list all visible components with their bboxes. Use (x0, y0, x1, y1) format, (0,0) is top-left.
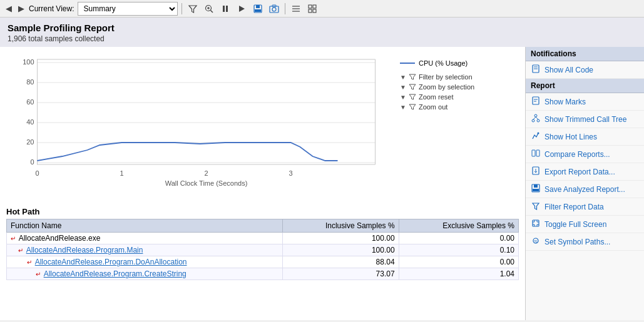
grid-button[interactable] (305, 3, 319, 15)
hot-path-table: Function Name Inclusive Samples % Exclus… (6, 219, 519, 280)
export-report-label: Export Report Data... (544, 168, 615, 176)
svg-text:0: 0 (35, 169, 39, 177)
svg-rect-32 (38, 59, 376, 164)
compare-reports-item[interactable]: Compare Reports... (526, 146, 644, 163)
svg-rect-49 (536, 150, 539, 156)
set-symbol-paths-item[interactable]: S Set Symbol Paths... (526, 233, 644, 251)
separator-1 (181, 3, 182, 14)
filter-small-icon (409, 73, 416, 81)
col-exclusive: Exclusive Samples % (399, 219, 518, 233)
chart-container: 100 80 60 40 20 0 0 (6, 53, 394, 203)
save-analyzed-report-item[interactable]: Save Analyzed Report... (526, 181, 644, 198)
svg-rect-4 (223, 6, 225, 12)
tree-icon (531, 114, 541, 124)
legend-item-zoom[interactable]: ▼ Zoom by selection (400, 83, 513, 91)
show-all-code-item[interactable]: Show All Code (526, 61, 644, 79)
svg-rect-54 (533, 220, 539, 226)
show-trimmed-call-tree-item[interactable]: Show Trimmed Call Tree (526, 111, 644, 128)
row-icon-1: ↵ (18, 247, 23, 254)
zoom-out-label: Zoom out (419, 103, 447, 111)
svg-text:3: 3 (289, 169, 292, 177)
legend-item-zoom-out[interactable]: ▼ Zoom out (400, 103, 513, 111)
filter-by-selection-label: Filter by selection (419, 73, 473, 81)
show-trimmed-call-tree-label: Show Trimmed Call Tree (544, 115, 626, 124)
show-all-code-label: Show All Code (544, 66, 593, 74)
legend-item-zoom-reset[interactable]: ▼ Zoom reset (400, 93, 513, 101)
svg-text:1: 1 (120, 169, 123, 177)
zoom-by-selection-label: Zoom by selection (419, 83, 474, 91)
svg-text:0: 0 (30, 158, 34, 166)
svg-rect-48 (532, 150, 535, 156)
record-icon (237, 4, 247, 14)
show-marks-item[interactable]: Show Marks (526, 93, 644, 111)
report-title: Sample Profiling Report (8, 23, 636, 33)
filter-button[interactable] (186, 3, 200, 15)
col-function-name: Function Name (7, 219, 283, 233)
cpu-chart: 100 80 60 40 20 0 0 (6, 53, 394, 191)
zoom-arrow-icon: ▼ (400, 84, 406, 91)
save-button[interactable] (251, 3, 265, 15)
filter-icon (188, 4, 198, 14)
svg-rect-17 (313, 5, 316, 8)
zoom-out-arrow-icon: ▼ (400, 104, 406, 111)
report-title: Report (526, 79, 644, 93)
svg-line-46 (536, 117, 538, 119)
svg-text:40: 40 (26, 118, 34, 126)
zoom-button[interactable] (202, 3, 216, 15)
svg-rect-53 (533, 189, 539, 191)
forward-button[interactable]: ▶ (16, 3, 26, 14)
row-exclusive-1: 0.10 (399, 244, 518, 256)
toggle-full-screen-item[interactable]: Toggle Full Screen (526, 216, 644, 233)
lines-button[interactable] (289, 3, 303, 15)
set-symbol-paths-label: Set Symbol Paths... (544, 238, 610, 246)
table-row: ↵ AllocateAndRelease.Program.DoAnAllocat… (7, 256, 519, 268)
svg-text:80: 80 (26, 78, 34, 86)
svg-rect-16 (309, 5, 312, 8)
save-analyzed-icon (531, 184, 541, 194)
legend-item-filter[interactable]: ▼ Filter by selection (400, 73, 513, 81)
svg-text:100: 100 (23, 58, 34, 66)
svg-text:20: 20 (26, 138, 34, 146)
lines-icon (291, 4, 301, 14)
save-analyzed-report-label: Save Analyzed Report... (544, 185, 625, 194)
zoom-reset-arrow-icon: ▼ (400, 94, 406, 101)
right-panel: Notifications Show All Code Report Show … (525, 47, 644, 320)
current-view-label: Current View: (29, 4, 74, 13)
row-exclusive-3: 1.04 (399, 268, 518, 280)
svg-line-45 (533, 117, 536, 119)
hot-path-section: Hot Path Function Name Inclusive Samples… (0, 203, 525, 320)
legend-cpu-label: CPU (% Usage) (419, 59, 468, 67)
row-exclusive-0: 0.00 (399, 233, 518, 244)
hot-path-title: Hot Path (6, 207, 519, 216)
filter-report-data-item[interactable]: Filter Report Data (526, 198, 644, 216)
row-inclusive-0: 100.00 (283, 233, 399, 244)
svg-text:Wall Clock Time (Seconds): Wall Clock Time (Seconds) (165, 179, 248, 187)
record-button[interactable] (235, 3, 248, 15)
svg-rect-41 (533, 97, 539, 104)
view-selector[interactable]: Summary CPU Usage Threads (78, 2, 178, 16)
camera-button[interactable] (267, 3, 281, 15)
filter-report-data-label: Filter Report Data (544, 203, 604, 211)
filter-report-icon (531, 201, 541, 212)
pause-icon (220, 4, 230, 14)
svg-point-11 (272, 8, 276, 11)
table-row: ↵ AllocateAndRelease.exe 100.00 0.00 (7, 233, 519, 244)
zoom-icon (204, 4, 214, 14)
show-hot-lines-item[interactable]: Show Hot Lines (526, 128, 644, 146)
export-report-item[interactable]: Export Report Data... (526, 163, 644, 181)
svg-marker-6 (239, 6, 245, 12)
screen-icon (531, 219, 541, 229)
row-inclusive-1: 100.00 (283, 244, 399, 256)
back-button[interactable]: ◀ (4, 3, 14, 14)
svg-point-47 (538, 133, 539, 134)
row-icon-3: ↵ (36, 271, 41, 278)
svg-text:60: 60 (26, 98, 34, 106)
compare-icon (531, 149, 541, 159)
legend-cpu-line (400, 63, 415, 64)
svg-rect-19 (313, 9, 316, 13)
pause-button[interactable] (218, 3, 232, 15)
row-inclusive-2: 88.04 (283, 256, 399, 268)
table-row: ↵ AllocateAndRelease.Program.Main 100.00… (7, 244, 519, 256)
save-icon-tb (253, 4, 263, 14)
row-func-name-0: ↵ AllocateAndRelease.exe (7, 233, 283, 244)
